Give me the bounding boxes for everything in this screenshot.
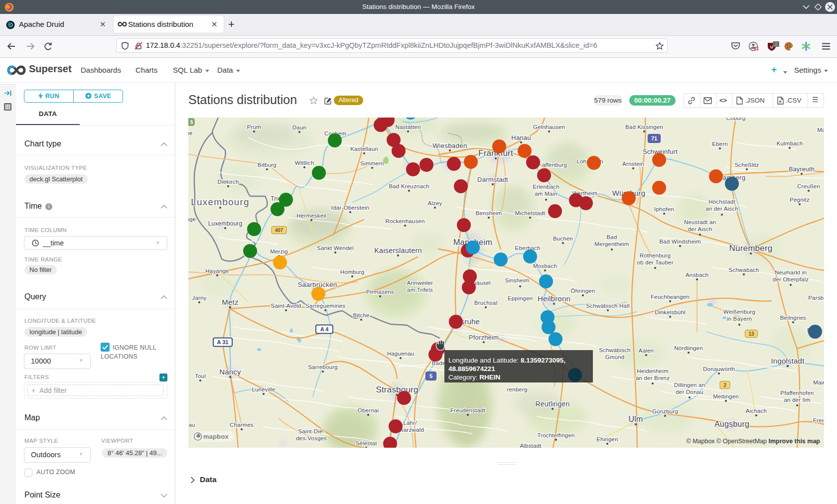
svg-text:Beilngries: Beilngries (780, 315, 807, 321)
svg-text:Ebern: Ebern (712, 141, 728, 147)
svg-text:Annweiler: Annweiler (407, 280, 433, 286)
svg-text:Ehingen: Ehingen (596, 436, 618, 442)
svg-text:Dinkelsbühl: Dinkelsbühl (655, 309, 686, 315)
svg-text:Sélestat: Sélestat (355, 440, 377, 446)
svg-text:Buchen: Buchen (553, 236, 573, 242)
svg-text:Bad Kissingen: Bad Kissingen (625, 124, 663, 130)
svg-text:Hanau: Hanau (511, 134, 531, 141)
svg-text:der Donau: der Donau (676, 389, 703, 395)
svg-text:der Oberpfalz: der Oberpfalz (773, 276, 809, 282)
svg-text:der Aisch: der Aisch (688, 226, 712, 232)
svg-text:Charmes: Charmes (230, 422, 254, 428)
svg-text:Bad Kreuznach: Bad Kreuznach (389, 183, 429, 189)
svg-text:Ingolstadt: Ingolstadt (771, 357, 805, 365)
svg-text:renberg: renberg (507, 386, 527, 392)
svg-text:Hayange: Hayange (205, 268, 229, 274)
svg-text:Augsburg: Augsburg (714, 420, 749, 428)
svg-text:Heidenheim: Heidenheim (637, 368, 668, 374)
svg-text:Bruchsal: Bruchsal (474, 300, 497, 306)
svg-text:Erlenbach: Erlenbach (533, 184, 559, 190)
svg-text:in Bayern: in Bayern (727, 316, 752, 322)
svg-text:am Main: am Main (535, 191, 558, 197)
svg-text:Longitude and Latitude: 8.1359: Longitude and Latitude: 8.1359273095, (448, 357, 565, 364)
svg-text:71: 71 (651, 135, 657, 141)
svg-text:Sinsheim: Sinsheim (505, 277, 530, 283)
svg-text:Trochtelfingen: Trochtelfingen (537, 432, 574, 438)
svg-text:Category: RHEIN: Category: RHEIN (448, 374, 500, 381)
svg-text:Bad Windsheim: Bad Windsheim (659, 239, 700, 245)
svg-text:Weißenburg: Weißenburg (723, 309, 755, 315)
svg-text:Michelstadt: Michelstadt (515, 210, 546, 216)
svg-text:Haguenau: Haguenau (387, 351, 415, 357)
svg-text:Freis: Freis (813, 417, 824, 423)
svg-text:Rothenburg: Rothenburg (640, 252, 671, 258)
svg-text:Gmünd: Gmünd (605, 354, 625, 360)
svg-text:Donauwörth: Donauwörth (703, 366, 735, 372)
svg-text:5: 5 (190, 120, 193, 125)
svg-text:Bitche: Bitche (353, 312, 369, 318)
svg-text:2: 2 (775, 42, 777, 47)
svg-text:Darmstadt: Darmstadt (477, 176, 508, 183)
svg-text:5: 5 (429, 373, 432, 379)
svg-text:Scheßlitz: Scheßlitz (734, 162, 759, 168)
svg-text:Gelnhausen: Gelnhausen (533, 124, 565, 130)
svg-text:Heilbronn: Heilbronn (538, 294, 570, 303)
svg-text:Homburg: Homburg (340, 269, 365, 275)
svg-text:Mergentheim: Mergentheim (594, 241, 629, 247)
svg-text:Neustadt an: Neustadt an (684, 219, 716, 225)
svg-text:Neumarkt in: Neumarkt in (775, 269, 807, 275)
svg-text:Bad: Bad (606, 234, 617, 240)
svg-text:Münc: Münc (818, 127, 824, 133)
svg-text:Diekirch: Diekirch (217, 179, 239, 185)
svg-text:Merzig: Merzig (270, 249, 288, 254)
svg-text:48.8859674221: 48.8859674221 (448, 365, 495, 373)
svg-text:au: au (188, 422, 195, 428)
svg-text:Pegnitz: Pegnitz (790, 197, 810, 203)
svg-text:Sankt Wendel: Sankt Wendel (317, 245, 354, 251)
svg-text:13: 13 (748, 331, 754, 337)
svg-text:Wittlich: Wittlich (295, 160, 314, 166)
svg-text:Iphofen: Iphofen (654, 206, 674, 212)
svg-text:Bitburg: Bitburg (258, 162, 277, 168)
svg-text:affenburg: affenburg (542, 162, 567, 168)
svg-text:A 4: A 4 (320, 326, 329, 332)
svg-text:an der Brenz: an der Brenz (636, 375, 670, 381)
svg-text:Pforzheim: Pforzheim (469, 334, 499, 341)
svg-text:Bayreuth: Bayreuth (789, 166, 815, 173)
svg-text:Günzburg: Günzburg (652, 408, 678, 414)
svg-text:Lahr/: Lahr/ (403, 420, 417, 426)
svg-text:Kulmbach: Kulmbach (777, 140, 803, 146)
svg-text:Sarreguemines: Sarreguemines (305, 303, 346, 309)
svg-text:Prüm: Prüm (247, 124, 261, 130)
svg-text:an der Ilm: an der Ilm (784, 397, 810, 403)
svg-text:Metz: Metz (222, 298, 238, 306)
svg-text:Obernai: Obernai (358, 407, 379, 413)
svg-text:Alzey: Alzey (427, 200, 442, 206)
svg-text:© Mapbox © OpenStreetMap Impro: © Mapbox © OpenStreetMap Improve this ma… (686, 438, 820, 445)
svg-text:an der Aisch: an der Aisch (705, 206, 738, 212)
svg-text:des-Vosges: des-Vosges (296, 435, 327, 441)
svg-text:Kaiserslautern: Kaiserslautern (374, 247, 422, 254)
svg-text:Luxembourg: Luxembourg (191, 197, 250, 207)
svg-text:ob der Tauber: ob der Tauber (637, 259, 673, 265)
svg-text:Idar-Oberstein: Idar-Oberstein (331, 205, 369, 211)
svg-text:Luxembourg: Luxembourg (208, 220, 243, 227)
svg-text:ne: ne (188, 130, 193, 136)
svg-text:Lunéville: Lunéville (252, 386, 275, 392)
svg-text:ange: ange (188, 216, 196, 222)
svg-text:Pirmasens: Pirmasens (366, 289, 394, 295)
svg-text:mapbox: mapbox (203, 433, 229, 440)
svg-text:Strasbourg: Strasbourg (376, 385, 418, 394)
svg-text:Main: Main (813, 379, 824, 385)
svg-text:A 31: A 31 (217, 339, 229, 345)
svg-text:Nastätten: Nastätten (395, 124, 420, 130)
svg-text:Schwäbisch Hall: Schwäbisch Hall (586, 303, 629, 309)
svg-text:häusel: häusel (473, 280, 490, 286)
svg-text:Mosbach: Mosbach (533, 263, 557, 269)
svg-text:Ulm: Ulm (628, 415, 643, 423)
svg-text:Reutlingen: Reutlingen (536, 400, 570, 408)
svg-text:Toul: Toul (195, 373, 206, 379)
svg-text:Aalen: Aalen (639, 348, 654, 354)
svg-text:Eppingen: Eppingen (508, 295, 533, 301)
svg-text:407: 407 (275, 228, 283, 233)
